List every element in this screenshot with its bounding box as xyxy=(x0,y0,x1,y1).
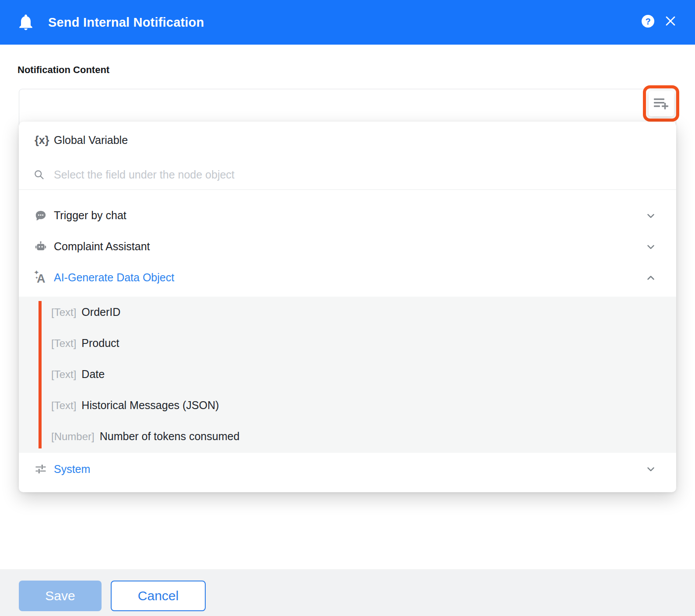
dialog-header: Send Internal Notification ? xyxy=(0,0,695,45)
group-label: AI-Generate Data Object xyxy=(54,271,174,284)
dialog-title: Send Internal Notification xyxy=(48,0,204,45)
group-label: Trigger by chat xyxy=(54,209,126,222)
field-type-tag: [Text] xyxy=(51,337,76,350)
field-item-tokens-consumed[interactable]: [Number] Number of tokens consumed xyxy=(19,421,676,452)
chevron-up-icon xyxy=(645,272,656,284)
divider xyxy=(19,189,676,190)
field-item-orderid[interactable]: [Text] OrderID xyxy=(19,297,676,328)
global-variable-item[interactable]: {x} Global Variable xyxy=(19,128,676,152)
notification-content-label: Notification Content xyxy=(18,64,109,76)
field-type-tag: [Text] xyxy=(51,399,76,412)
search-row xyxy=(19,162,676,187)
search-icon xyxy=(33,169,45,181)
field-item-product[interactable]: [Text] Product xyxy=(19,328,676,359)
chevron-down-icon xyxy=(645,241,656,252)
group-system[interactable]: System xyxy=(19,455,676,483)
global-variable-label: Global Variable xyxy=(54,134,128,147)
field-type-tag: [Number] xyxy=(51,430,95,443)
insert-variable-icon xyxy=(653,97,669,110)
chevron-down-icon xyxy=(645,210,656,221)
search-input[interactable] xyxy=(53,168,580,182)
ai-sparkle-icon: ✦ ✦ A xyxy=(35,270,48,285)
chat-bubble-icon xyxy=(35,210,47,222)
field-type-tag: [Text] xyxy=(51,306,76,318)
robot-icon xyxy=(35,241,47,253)
chevron-down-icon xyxy=(645,463,656,475)
field-name: Date xyxy=(81,368,105,381)
sliders-icon xyxy=(35,463,47,475)
dialog-footer: Save Cancel xyxy=(0,569,695,616)
group-trigger-by-chat[interactable]: Trigger by chat xyxy=(19,200,676,231)
group-complaint-assistant[interactable]: Complaint Assistant xyxy=(19,231,676,262)
group-ai-generate-data-object[interactable]: ✦ ✦ A AI-Generate Data Object xyxy=(19,262,676,293)
field-name: Historical Messages (JSON) xyxy=(81,399,219,412)
bell-icon xyxy=(17,13,35,32)
ai-object-field-list: [Text] OrderID [Text] Product [Text] Dat… xyxy=(19,297,676,453)
close-icon[interactable] xyxy=(664,14,677,28)
field-name: OrderID xyxy=(81,306,120,318)
field-type-tag: [Text] xyxy=(51,368,76,381)
group-label: System xyxy=(54,463,90,476)
help-icon[interactable]: ? xyxy=(642,15,654,28)
insert-variable-button[interactable] xyxy=(649,91,674,116)
variable-picker-dropdown: {x} Global Variable Trigger by chat xyxy=(19,122,676,492)
field-item-historical-messages[interactable]: [Text] Historical Messages (JSON) xyxy=(19,390,676,421)
cancel-button[interactable]: Cancel xyxy=(111,581,206,611)
field-name: Number of tokens consumed xyxy=(100,430,240,443)
global-variable-icon: {x} xyxy=(35,134,54,147)
field-name: Product xyxy=(81,337,119,350)
save-button[interactable]: Save xyxy=(19,581,102,611)
group-label: Complaint Assistant xyxy=(54,240,150,253)
field-item-date[interactable]: [Text] Date xyxy=(19,359,676,390)
